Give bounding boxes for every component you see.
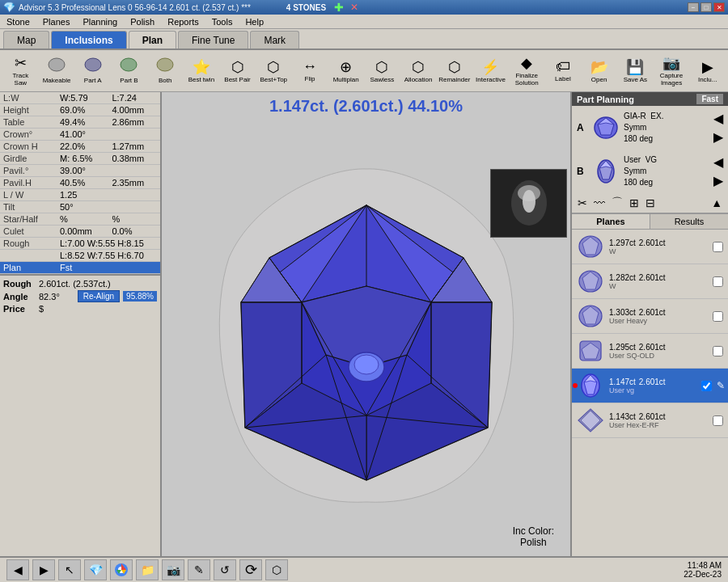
result-gem-2: [575, 267, 606, 296]
tool-inclusions[interactable]: ▶ Inclu...: [690, 53, 725, 90]
result-check-3[interactable]: [713, 311, 723, 322]
result-vals-1: 1.297ct 2.601ct W: [609, 238, 709, 255]
menu-tools[interactable]: Tools: [209, 16, 236, 27]
gem-row-b[interactable]: B User VG Symm 180 deg ◀ ▶: [577, 153, 723, 190]
menu-stone[interactable]: Stone: [3, 16, 33, 27]
price-value: $: [39, 304, 44, 314]
time-display: 11:48 AM: [684, 561, 722, 570]
menu-reports[interactable]: Reports: [164, 16, 202, 27]
menu-polish[interactable]: Polish: [127, 16, 158, 27]
close-button[interactable]: ✕: [713, 2, 725, 12]
result-row-4[interactable]: 1.295ct 2.601ct User SQ-OLD: [572, 334, 728, 369]
tab-mark[interactable]: Mark: [250, 31, 299, 48]
inc-color-label: Inc Color: Polish: [513, 525, 554, 548]
result-check-5[interactable]: [701, 381, 712, 391]
date-display: 22-Dec-23: [684, 570, 722, 579]
tool-part-b[interactable]: Part B: [112, 53, 146, 90]
tool-flip[interactable]: ↔ Flip: [293, 53, 328, 90]
gem-options: A GIA-R EX. Symm 180 deg ◀ ▶: [572, 106, 728, 193]
stat-lw-val2: L:7.24: [108, 92, 160, 104]
add-icon[interactable]: ✚: [334, 1, 344, 14]
stat-starhalf-label: Star/Half: [0, 213, 57, 226]
result-row-1[interactable]: 1.297ct 2.601ct W: [572, 230, 728, 264]
nav-left-b[interactable]: ◀: [713, 154, 723, 170]
tool-save-as[interactable]: 💾 Save As: [618, 53, 653, 90]
title-bar-right[interactable]: − □ ✕: [688, 2, 725, 12]
result-check-4[interactable]: [713, 346, 723, 356]
result-row-2[interactable]: 1.282ct 2.601ct W: [572, 264, 728, 299]
wave-tool[interactable]: 〰: [591, 196, 607, 210]
bottom-tool-folder[interactable]: 📁: [136, 559, 159, 580]
tool-sawless[interactable]: ⬡ Sawless: [365, 53, 400, 90]
menu-bar: Stone Planes Planning Polish Reports Too…: [0, 15, 728, 29]
result-check-6[interactable]: [713, 415, 723, 426]
scissors-tool[interactable]: ✂: [575, 196, 590, 210]
gem-grade3-a: 180 deg: [624, 133, 710, 145]
svg-point-6: [523, 190, 535, 213]
tool-open[interactable]: 📂 Open: [582, 53, 616, 90]
result-row-3[interactable]: 1.303ct 2.601ct User Heavy: [572, 299, 728, 334]
tool-part-a[interactable]: Part A: [75, 53, 110, 90]
makeable-icon: [47, 57, 66, 77]
result-row-6[interactable]: 1.143ct 2.601ct User Hex-E-RF: [572, 403, 728, 438]
bottom-tool-rotate[interactable]: ↺: [214, 559, 236, 580]
minimize-button[interactable]: −: [688, 2, 699, 12]
bottom-tool-cursor[interactable]: ↖: [58, 559, 81, 580]
tab-results[interactable]: Results: [650, 214, 728, 229]
collapse-btn[interactable]: ▲: [709, 196, 725, 210]
grid-tool1[interactable]: ⊞: [627, 196, 641, 210]
menu-planes[interactable]: Planes: [40, 16, 74, 27]
tool-finalize[interactable]: ◆ Finalize Solution: [510, 53, 544, 90]
tool-makeable[interactable]: Makeable: [40, 53, 74, 90]
tool-allocation[interactable]: ⬡ Allocation: [401, 53, 436, 90]
tool-multiplan[interactable]: ⊕ Multiplan: [328, 53, 363, 90]
bottom-tool-nav[interactable]: ⬡: [265, 559, 288, 580]
tool-both[interactable]: Both: [148, 53, 183, 90]
stat-culet-val2: 0.0%: [108, 226, 160, 238]
tool-remainder[interactable]: ⬡ Remainder: [437, 53, 472, 90]
tab-fine-tune[interactable]: Fine Tune: [178, 31, 248, 48]
bottom-tool-2[interactable]: ▶: [32, 559, 55, 580]
bottom-tool-gem[interactable]: 💎: [84, 559, 107, 580]
gem-row-a[interactable]: A GIA-R EX. Symm 180 deg ◀ ▶: [577, 109, 723, 146]
edit-icon-5[interactable]: ✎: [717, 380, 725, 391]
tool-best-pair[interactable]: ⬡ Best Pair: [220, 53, 255, 90]
stat-plan: Plan Fst: [0, 262, 160, 274]
tab-map[interactable]: Map: [3, 31, 49, 48]
stat-table: Table 49.4% 2.86mm: [0, 116, 160, 129]
tool-interactive[interactable]: ⚡ Interactive: [473, 53, 508, 90]
tool-track-saw[interactable]: ✂ Track Saw: [3, 53, 38, 90]
result-row-5[interactable]: 1.147ct 2.601ct User vg ✎: [572, 369, 728, 403]
stat-culet-val1: 0.00mm: [57, 226, 108, 238]
tab-inclusions[interactable]: Inclusions: [51, 31, 126, 48]
nav-right-a[interactable]: ▶: [713, 129, 723, 145]
menu-help[interactable]: Help: [242, 16, 267, 27]
maximize-button[interactable]: □: [700, 2, 712, 12]
gem-icon-b: [591, 158, 620, 184]
bottom-tool-camera[interactable]: 📷: [162, 559, 184, 580]
tool-best-top[interactable]: ⬡ Best+Top: [256, 53, 291, 90]
grid-tool2[interactable]: ⊟: [643, 196, 658, 210]
result-gem-4: [575, 336, 606, 365]
result-check-2[interactable]: [713, 276, 723, 287]
tool-capture[interactable]: 📷 Capture Images: [654, 53, 689, 90]
remainder-icon: ⬡: [448, 58, 461, 76]
bottom-tool-chrome[interactable]: [110, 559, 133, 580]
bottom-tool-edit[interactable]: ✎: [188, 559, 210, 580]
menu-planning[interactable]: Planning: [79, 16, 121, 27]
result-check-1[interactable]: [713, 242, 723, 252]
tool-label[interactable]: 🏷 Label: [546, 53, 581, 90]
tool-best-twin[interactable]: ⭐ Best twin: [184, 53, 219, 90]
tab-plan[interactable]: Plan: [129, 31, 176, 48]
curve-tool[interactable]: ⌒: [609, 195, 625, 211]
realign-button[interactable]: Re-Align: [78, 290, 120, 302]
nav-right-b[interactable]: ▶: [713, 173, 723, 188]
rough-value: 2.601ct. (2.537ct.): [39, 279, 157, 289]
nav-left-a[interactable]: ◀: [713, 111, 723, 126]
tab-planes[interactable]: Planes: [572, 214, 650, 229]
bottom-tool-rotate2[interactable]: ⟳: [239, 559, 262, 580]
part-b-icon: [119, 57, 138, 77]
bottom-tool-1[interactable]: ◀: [6, 559, 29, 580]
app-icon: 💎: [3, 2, 15, 13]
close-icon-title[interactable]: ✕: [350, 2, 358, 13]
